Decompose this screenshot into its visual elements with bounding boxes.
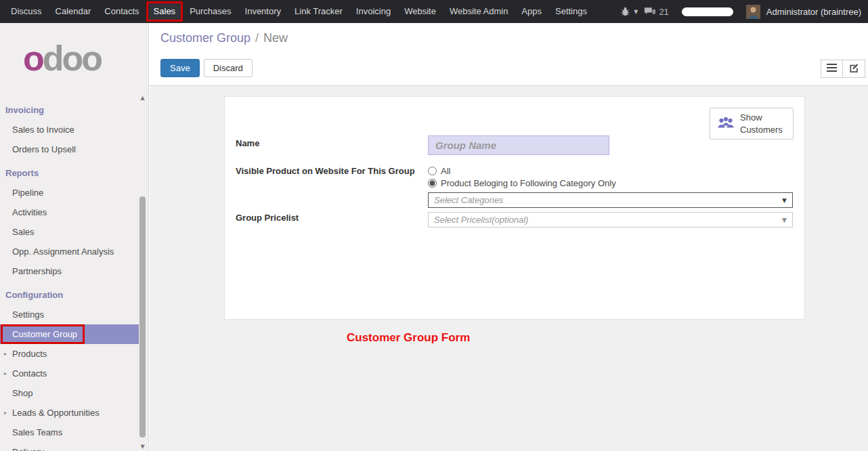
topbar: Discuss Calendar Contacts Sales Purchase… (0, 0, 868, 23)
sidebar-item-sales-to-invoice[interactable]: Sales to Invoice (0, 120, 139, 139)
visibility-label: Visible Product on Website For This Grou… (236, 166, 415, 176)
user-menu[interactable]: Administrator (braintree) (766, 7, 861, 17)
form-view-button[interactable] (843, 60, 865, 78)
main-area: Customer Group/New Save Discard Show Cus… (150, 23, 868, 451)
sidebar-item-pipeline[interactable]: Pipeline (0, 183, 139, 202)
odoo-logo: odoo (0, 23, 148, 76)
control-panel: Customer Group/New Save Discard (150, 23, 868, 86)
menu-link-tracker[interactable]: Link Tracker (288, 0, 349, 23)
pricelist-label: Group Pricelist (236, 213, 299, 223)
sidebar-item-opp-assignment-analysis[interactable]: Opp. Assignment Analysis (0, 242, 139, 261)
chevron-down-icon[interactable]: ▼ (634, 9, 638, 15)
sidebar-item-label: Delivery (12, 447, 44, 451)
sidebar-item-label: Customer Group (12, 329, 77, 339)
expand-arrow-icon: ▸ (4, 351, 7, 357)
radio-option-category[interactable]: Product Beloging to Following Category O… (428, 178, 616, 188)
group-name-input[interactable] (428, 135, 609, 155)
logo-letter-o: o (23, 39, 43, 78)
annotation-caption: Customer Group Form (347, 331, 470, 345)
section-heading-invoicing: Invoicing (0, 100, 148, 120)
users-icon (717, 116, 735, 132)
sidebar: odoo Invoicing Sales to Invoice Orders t… (0, 23, 149, 451)
menu-website[interactable]: Website (397, 0, 443, 23)
save-button[interactable]: Save (160, 59, 200, 77)
sidebar-item-customer-group[interactable]: Customer Group (0, 324, 139, 344)
categories-select[interactable]: Select Categories ▼ (428, 192, 793, 208)
sidebar-item-activities[interactable]: Activities (0, 202, 139, 222)
content-area: Show Customers Name Visible Product on W… (150, 86, 868, 450)
radio-all-label: All (441, 166, 450, 176)
sidebar-scrollbar[interactable]: ▲ ▼ (138, 95, 147, 450)
sidebar-item-label: Contacts (12, 368, 47, 379)
logo-rest: doo (43, 39, 101, 78)
action-buttons: Save Discard (160, 59, 253, 77)
breadcrumb-customer-group[interactable]: Customer Group (160, 31, 251, 45)
sidebar-item-sales[interactable]: Sales (0, 222, 139, 242)
bug-icon[interactable] (620, 7, 630, 16)
form-card: Show Customers Name Visible Product on W… (224, 96, 805, 320)
menu-apps[interactable]: Apps (515, 0, 548, 23)
messages-icon[interactable] (644, 7, 656, 17)
sidebar-nav: Invoicing Sales to Invoice Orders to Ups… (0, 100, 148, 451)
sidebar-item-shop[interactable]: Shop (0, 383, 139, 403)
list-icon (827, 64, 837, 74)
edit-form-icon (849, 63, 859, 74)
sidebar-item-label: Leads & Opportunities (12, 408, 100, 418)
timer-pill (682, 7, 733, 16)
breadcrumb-new: New (263, 31, 288, 45)
menu-invoicing[interactable]: Invoicing (349, 0, 397, 23)
avatar[interactable] (746, 5, 760, 19)
pricelist-placeholder: Select Pricelist(optional) (434, 215, 528, 225)
radio-category[interactable] (428, 179, 437, 188)
sidebar-item-contacts[interactable]: ▸Contacts (0, 364, 139, 383)
menu-settings[interactable]: Settings (548, 0, 594, 23)
breadcrumb-separator: / (255, 31, 259, 45)
sidebar-item-delivery[interactable]: ▸Delivery (0, 442, 139, 451)
menu-website-admin[interactable]: Website Admin (443, 0, 515, 23)
menu-sales[interactable]: Sales (146, 1, 183, 22)
show-customers-button[interactable]: Show Customers (710, 108, 794, 139)
scrollbar-thumb[interactable] (139, 196, 146, 437)
sidebar-item-partnerships[interactable]: Partnerships (0, 261, 139, 281)
radio-category-label: Product Beloging to Following Category O… (441, 178, 616, 188)
menu-contacts[interactable]: Contacts (97, 0, 146, 23)
radio-option-all[interactable]: All (428, 166, 450, 176)
radio-all[interactable] (428, 167, 437, 175)
breadcrumb: Customer Group/New (160, 31, 288, 45)
expand-arrow-icon: ▸ (4, 370, 7, 377)
show-customers-label: Show Customers (740, 112, 786, 135)
view-switcher (821, 60, 865, 78)
categories-placeholder: Select Categories (434, 195, 504, 205)
menu-inventory[interactable]: Inventory (238, 0, 288, 23)
sidebar-item-sales-teams[interactable]: Sales Teams (0, 423, 139, 442)
discard-button[interactable]: Discard (204, 59, 253, 77)
sidebar-item-leads-opportunities[interactable]: ▸Leads & Opportunities (0, 403, 139, 423)
sidebar-item-settings[interactable]: Settings (0, 305, 139, 324)
section-heading-configuration: Configuration (0, 285, 148, 305)
expand-arrow-icon: ▸ (4, 410, 7, 416)
app-menu: Discuss Calendar Contacts Sales Purchase… (0, 0, 594, 23)
dropdown-caret-icon: ▼ (782, 197, 787, 204)
sidebar-item-orders-to-upsell[interactable]: Orders to Upsell (0, 139, 139, 159)
list-view-button[interactable] (821, 60, 843, 78)
menu-calendar[interactable]: Calendar (49, 0, 98, 23)
scroll-up-icon[interactable]: ▲ (138, 95, 147, 101)
sidebar-item-label: Products (12, 349, 47, 359)
menu-discuss[interactable]: Discuss (4, 0, 49, 23)
section-heading-reports: Reports (0, 163, 148, 183)
name-label: Name (236, 138, 259, 148)
pricelist-select[interactable]: Select Pricelist(optional) ▼ (428, 212, 793, 228)
topbar-right: ▼ 21 Administrator (braintree) (620, 5, 868, 19)
message-count-badge[interactable]: 21 (659, 7, 668, 17)
menu-purchases[interactable]: Purchases (183, 0, 238, 23)
sidebar-item-products[interactable]: ▸Products (0, 344, 139, 364)
scroll-down-icon[interactable]: ▼ (138, 444, 147, 450)
dropdown-caret-icon: ▼ (782, 217, 787, 223)
